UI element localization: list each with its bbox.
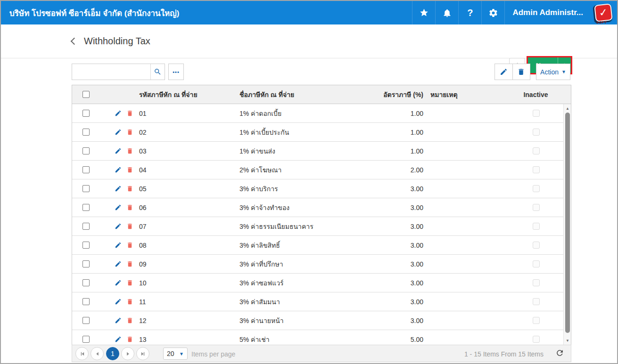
next-page-button[interactable]	[121, 347, 134, 360]
tax-name-cell: 3% ค่าธรรมเนียมธนาคาร	[239, 221, 362, 232]
tax-rate-cell: 3.00	[362, 204, 423, 211]
row-checkbox[interactable]	[82, 279, 90, 286]
inactive-checkbox	[533, 260, 540, 267]
inactive-checkbox	[533, 317, 540, 324]
topbar-actions: ? Admin Administr... ✓ SOFT	[412, 1, 617, 24]
chevron-down-icon: ▼	[561, 69, 566, 74]
table-row: 10 3% ค่าซอฟแวร์ 3.00	[72, 274, 564, 292]
search-icon	[154, 68, 162, 76]
action-dropdown-button[interactable]: Action ▼	[536, 64, 570, 80]
remark-column-header: หมายเหตุ	[423, 89, 508, 100]
tax-rate-cell: 2.00	[362, 166, 423, 174]
delete-row-icon[interactable]	[126, 223, 133, 230]
tax-name-cell: 3% ค่านายหน้า	[239, 315, 362, 326]
row-checkbox[interactable]	[82, 129, 90, 136]
edit-row-icon[interactable]	[115, 242, 122, 249]
select-all-checkbox[interactable]	[82, 91, 90, 98]
items-range-label: 1 - 15 Items From 15 Items	[464, 350, 544, 358]
row-checkbox[interactable]	[82, 110, 90, 117]
first-page-button[interactable]	[75, 347, 89, 360]
page-header: Withholding Tax New +	[1, 24, 617, 58]
tax-name-cell: 5% ค่าเช่า	[239, 334, 362, 345]
row-checkbox[interactable]	[82, 223, 90, 230]
scrollbar-thumb[interactable]	[565, 113, 570, 333]
delete-row-icon[interactable]	[126, 129, 133, 136]
table-row: 06 3% ค่าจ้างทำของ 3.00	[72, 198, 564, 217]
tax-name-cell: 1% ค่าเบี้ยประกัน	[239, 127, 362, 138]
settings-button[interactable]	[481, 1, 504, 24]
favorites-star-button[interactable]	[412, 1, 435, 24]
current-page-button[interactable]: 1	[106, 347, 119, 360]
delete-row-icon[interactable]	[126, 147, 133, 154]
row-checkbox[interactable]	[82, 336, 90, 343]
scroll-down-icon[interactable]: ▼	[564, 337, 571, 344]
delete-row-icon[interactable]	[126, 166, 133, 173]
edit-selected-button[interactable]	[495, 64, 512, 80]
table-row: 03 1% ค่าขนส่ง 1.00	[72, 142, 564, 161]
edit-row-icon[interactable]	[115, 110, 122, 117]
bell-icon	[442, 8, 452, 18]
refresh-button[interactable]	[555, 348, 564, 359]
edit-delete-group	[494, 64, 530, 80]
name-column-header: ชื่อภาษีหัก ณ ที่จ่าย	[239, 89, 362, 100]
delete-row-icon[interactable]	[126, 317, 133, 324]
notifications-button[interactable]	[435, 1, 458, 24]
tax-code-cell: 10	[139, 279, 239, 287]
row-checkbox[interactable]	[82, 204, 90, 211]
edit-row-icon[interactable]	[115, 185, 122, 192]
search-input[interactable]	[72, 64, 150, 80]
delete-row-icon[interactable]	[126, 336, 133, 343]
edit-row-icon[interactable]	[115, 223, 122, 230]
edit-row-icon[interactable]	[115, 147, 122, 154]
edit-row-icon[interactable]	[115, 279, 122, 286]
page-size-value: 20	[167, 350, 174, 357]
pagination-footer: 1 20 ▼ Items per page 1 - 15 Items From …	[72, 345, 571, 362]
last-page-button[interactable]	[136, 347, 149, 360]
inactive-checkbox	[533, 223, 540, 230]
chevron-down-icon: ▼	[179, 351, 184, 356]
edit-row-icon[interactable]	[115, 204, 122, 211]
search-button[interactable]	[150, 64, 165, 80]
row-checkbox[interactable]	[82, 185, 90, 192]
gear-icon	[488, 8, 498, 18]
row-checkbox[interactable]	[82, 298, 90, 305]
edit-row-icon[interactable]	[115, 317, 122, 324]
edit-row-icon[interactable]	[115, 166, 122, 173]
delete-row-icon[interactable]	[126, 110, 133, 117]
tax-rate-cell: 3.00	[362, 298, 423, 306]
row-checkbox[interactable]	[82, 260, 90, 267]
row-checkbox[interactable]	[82, 317, 90, 324]
edit-row-icon[interactable]	[115, 260, 122, 267]
row-checkbox[interactable]	[82, 166, 90, 173]
main-content: ••• Action ▼ รหัสภาษีหัก ณ ที่จ่าย	[72, 58, 571, 364]
table-row: 01 1% ค่าดอกเบี้ย 1.00	[72, 104, 564, 123]
page-size-select[interactable]: 20 ▼	[163, 348, 188, 360]
edit-row-icon[interactable]	[115, 129, 122, 136]
inactive-checkbox	[533, 147, 540, 154]
row-checkbox[interactable]	[82, 147, 90, 154]
back-chevron-icon[interactable]	[71, 38, 78, 45]
table-row: 05 3% ค่าบริการ 3.00	[72, 179, 564, 198]
help-icon: ?	[467, 8, 473, 18]
tax-code-cell: 04	[139, 166, 239, 174]
vertical-scrollbar[interactable]: ▲ ▼	[563, 104, 571, 345]
table-row: 02 1% ค่าเบี้ยประกัน 1.00	[72, 123, 564, 142]
delete-row-icon[interactable]	[126, 185, 133, 192]
rate-column-header: อัตราภาษี (%)	[362, 89, 423, 100]
delete-row-icon[interactable]	[126, 204, 133, 211]
delete-row-icon[interactable]	[126, 242, 133, 249]
row-checkbox[interactable]	[82, 242, 90, 249]
star-icon	[419, 8, 429, 18]
inactive-checkbox	[533, 185, 540, 192]
previous-page-button[interactable]	[91, 347, 104, 360]
edit-row-icon[interactable]	[115, 298, 122, 305]
more-filters-button[interactable]: •••	[168, 64, 184, 80]
scroll-up-icon[interactable]: ▲	[564, 105, 571, 112]
help-button[interactable]: ?	[458, 1, 481, 24]
user-menu[interactable]: Admin Administr...	[504, 1, 590, 24]
delete-row-icon[interactable]	[126, 298, 133, 305]
delete-selected-button[interactable]	[512, 64, 530, 80]
delete-row-icon[interactable]	[126, 260, 133, 267]
edit-row-icon[interactable]	[115, 336, 122, 343]
delete-row-icon[interactable]	[126, 279, 133, 286]
